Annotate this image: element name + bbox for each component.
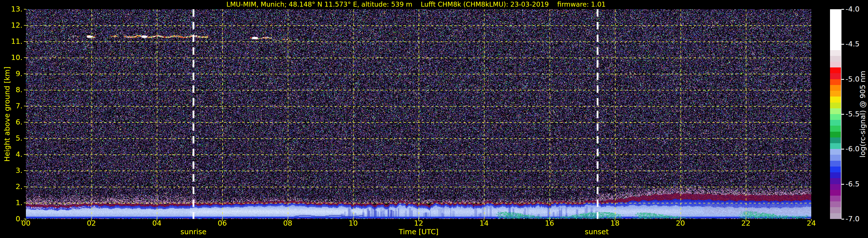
y-tick-label: 1. [0,199,23,207]
x-tick-mark [353,219,353,221]
y-tick-mark [24,203,26,203]
colorbar-tick-mark [841,44,844,44]
colorbar-segment [830,96,841,102]
y-tick-label: 4. [0,151,23,158]
x-tick-mark [746,219,746,221]
y-tick-label: 6. [0,118,23,126]
colorbar-segment [830,213,841,219]
x-tick-mark [157,219,157,221]
colorbar-segment [830,190,841,196]
colorbar-segment [830,9,841,15]
y-tick-mark [24,25,26,26]
colorbar-segment [830,161,841,167]
colorbar-segment [830,56,841,62]
colorbar-tick-mark [841,219,844,219]
colorbar-segment [830,27,841,33]
colorbar-segment [830,102,841,108]
y-tick-label: 11. [0,38,23,45]
x-tick-mark [222,219,222,221]
y-tick-mark [24,170,26,171]
colorbar-segment [830,126,841,131]
ceilometer-quicklook: LMU-MIM, Munich; 48.148° N 11.573° E, al… [0,0,868,238]
y-tick-mark [24,90,26,90]
colorbar-segment [830,85,841,91]
colorbar-segment [830,15,841,21]
x-tick-mark [418,219,419,221]
y-axis-label: Height above ground [km] [3,66,11,161]
colorbar-segment [830,196,841,201]
colorbar-segment [830,21,841,27]
colorbar-segment [830,62,841,67]
y-tick-label: 10. [0,54,23,61]
colorbar-tick-label: -7.0 [845,215,860,223]
y-tick-label: 5. [0,135,23,142]
colorbar-segment [830,184,841,190]
y-tick-label: 7. [0,102,23,110]
colorbar-segment [830,114,841,120]
colorbar-segment [830,33,841,38]
colorbar-segment [830,91,841,96]
colorbar-tick-mark [841,114,844,115]
y-tick-label: 13. [0,5,23,13]
y-tick-mark [24,41,26,42]
colorbar-segment [830,79,841,85]
colorbar-segment [830,201,841,207]
backscatter-heatmap [26,9,811,219]
y-tick-label: 8. [0,86,23,94]
colorbar-tick-label: -4.0 [845,5,860,13]
colorbar-segment [830,172,841,178]
y-tick-mark [24,154,26,155]
y-tick-label: 2. [0,183,23,190]
y-tick-mark [24,9,26,9]
colorbar-segment [830,50,841,56]
sunset-label: sunset [565,228,628,236]
y-tick-mark [24,122,26,122]
colorbar-tick-mark [841,149,844,150]
page-title: LMU-MIM, Munich; 48.148° N 11.573° E, al… [226,1,606,8]
y-tick-mark [24,57,26,58]
y-tick-mark [24,186,26,187]
x-tick-mark [615,219,615,221]
x-tick-mark [484,219,484,221]
colorbar-segment [830,178,841,184]
colorbar-segment [830,132,841,138]
colorbar-segment [830,67,841,73]
x-tick-mark [549,219,550,221]
colorbar-segment [830,138,841,143]
colorbar-segment [830,149,841,155]
x-tick-mark [287,219,288,221]
y-tick-mark [24,73,26,74]
colorbar-segment [830,120,841,126]
y-tick-label: 3. [0,167,23,174]
x-tick-mark [26,219,26,221]
colorbar-segment [830,167,841,172]
x-tick-mark [680,219,681,221]
colorbar-label: log(rc-signal) @ 905 nm [859,71,867,158]
colorbar-tick-label: -6.0 [845,145,860,153]
colorbar-tick-mark [841,79,844,80]
colorbar [830,9,841,219]
colorbar-tick-label: -5.0 [845,76,860,83]
x-tick-mark [811,219,812,221]
colorbar-segment [830,108,841,114]
colorbar-tick-label: -6.5 [845,180,860,188]
colorbar-tick-label: -4.5 [845,40,860,48]
y-tick-mark [24,106,26,106]
sunrise-label: sunrise [162,228,225,236]
colorbar-segment [830,207,841,213]
x-axis-label: Time [UTC] [387,228,450,236]
colorbar-tick-label: -5.5 [845,110,860,118]
y-tick-mark [24,138,26,139]
colorbar-segment [830,44,841,50]
y-tick-label: 12. [0,22,23,29]
colorbar-segment [830,73,841,79]
colorbar-tick-mark [841,184,844,185]
y-tick-label: 9. [0,70,23,78]
colorbar-segment [830,143,841,149]
colorbar-segment [830,38,841,44]
colorbar-tick-mark [841,9,844,10]
x-tick-mark [91,219,92,221]
colorbar-segment [830,155,841,160]
